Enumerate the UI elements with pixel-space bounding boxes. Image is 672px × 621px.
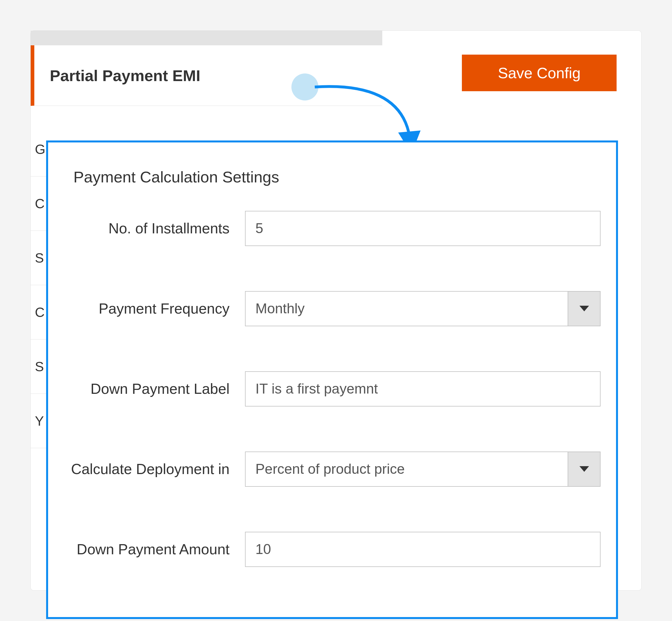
down-payment-amount-row: Down Payment Amount bbox=[48, 528, 616, 570]
payment-frequency-select[interactable]: Monthly bbox=[245, 291, 600, 326]
sidebar-item[interactable]: C bbox=[31, 176, 46, 231]
top-bar bbox=[31, 31, 382, 45]
calculate-deployment-label: Calculate Deployment in bbox=[48, 459, 245, 479]
down-payment-amount-input[interactable] bbox=[245, 532, 600, 567]
payment-frequency-value: Monthly bbox=[245, 300, 568, 317]
sidebar-item[interactable]: C bbox=[31, 285, 46, 339]
chevron-down-icon bbox=[568, 452, 600, 486]
down-payment-label-label: Down Payment Label bbox=[48, 379, 245, 399]
payment-frequency-row: Payment Frequency Monthly bbox=[48, 287, 616, 330]
calculate-deployment-row: Calculate Deployment in Percent of produ… bbox=[48, 448, 616, 490]
installments-label: No. of Installments bbox=[48, 218, 245, 238]
sidebar-item[interactable]: Y bbox=[31, 394, 46, 448]
down-payment-label-row: Down Payment Label bbox=[48, 368, 616, 410]
save-config-button[interactable]: Save Config bbox=[462, 55, 617, 91]
chevron-down-icon bbox=[568, 292, 600, 326]
sidebar-item[interactable]: S bbox=[31, 231, 46, 285]
sidebar-item[interactable]: G bbox=[31, 122, 46, 176]
down-payment-label-input[interactable] bbox=[245, 371, 600, 407]
installments-input[interactable] bbox=[245, 211, 600, 246]
sidebar: G C S C S Y bbox=[31, 122, 46, 448]
form-rows: No. of Installments Payment Frequency Mo… bbox=[48, 207, 616, 608]
tab-title: Partial Payment EMI bbox=[50, 67, 200, 85]
panel-title: Payment Calculation Settings bbox=[74, 168, 279, 186]
payment-calculation-settings-panel: Payment Calculation Settings No. of Inst… bbox=[46, 140, 618, 619]
installments-row: No. of Installments bbox=[48, 207, 616, 249]
save-config-label: Save Config bbox=[498, 64, 581, 82]
tab-header[interactable]: Partial Payment EMI bbox=[31, 45, 382, 106]
down-payment-amount-label: Down Payment Amount bbox=[48, 539, 245, 559]
payment-frequency-label: Payment Frequency bbox=[48, 299, 245, 318]
sidebar-item[interactable]: S bbox=[31, 339, 46, 394]
calculate-deployment-select[interactable]: Percent of product price bbox=[245, 452, 600, 487]
calculate-deployment-value: Percent of product price bbox=[245, 461, 568, 477]
config-panel: Partial Payment EMI Save Config G C S C … bbox=[30, 30, 642, 591]
